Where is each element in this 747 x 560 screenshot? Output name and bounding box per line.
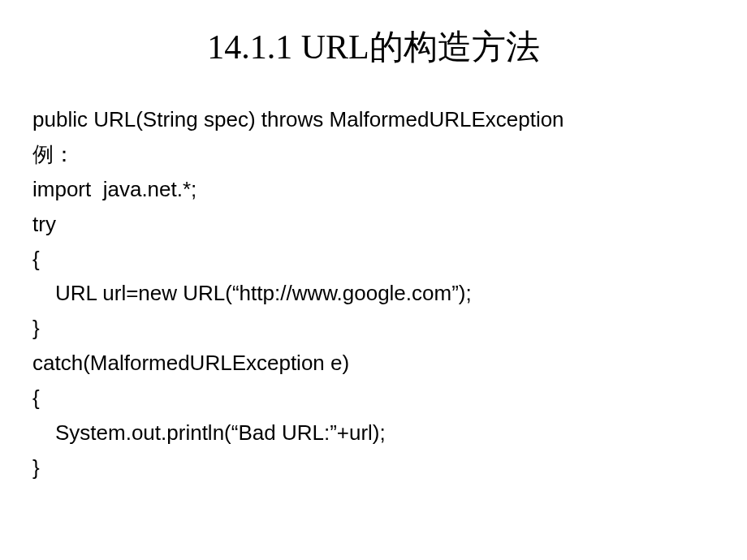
code-line-signature: public URL(String spec) throws Malformed…: [32, 102, 715, 137]
slide-title: 14.1.1 URL的构造方法: [32, 24, 715, 70]
code-line-catch: catch(MalformedURLException e): [32, 346, 715, 381]
code-line-close-brace-1: }: [32, 311, 715, 346]
code-line-println: System.out.println(“Bad URL:”+url);: [32, 416, 715, 450]
slide-content: public URL(String spec) throws Malformed…: [32, 102, 715, 485]
code-line-import: import java.net.*;: [32, 172, 715, 207]
example-label: 例：: [32, 137, 715, 172]
code-line-url-new: URL url=new URL(“http://www.google.com”)…: [32, 276, 715, 311]
code-line-try: try: [32, 207, 715, 242]
code-line-open-brace-2: {: [32, 381, 715, 416]
code-line-close-brace-2: }: [32, 450, 715, 485]
code-line-open-brace-1: {: [32, 242, 715, 277]
